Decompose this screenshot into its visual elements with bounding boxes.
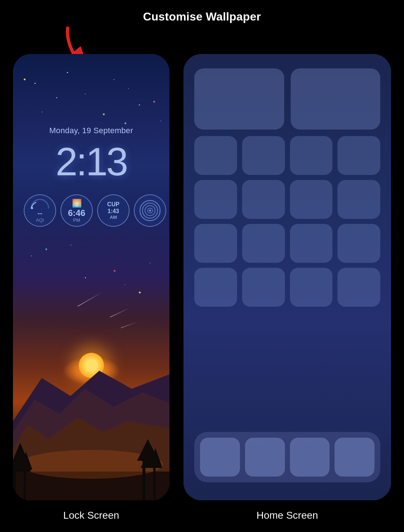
app-icon[interactable] [290, 136, 333, 175]
app-icon[interactable] [242, 224, 285, 263]
home-app-row-3 [194, 224, 380, 263]
cloud-icon: 🌅 [72, 199, 82, 208]
dock-icon-3[interactable] [290, 438, 330, 477]
app-icon[interactable] [337, 224, 380, 263]
home-widget-2[interactable] [291, 68, 381, 130]
cup-text: CUP [107, 201, 119, 208]
app-icon[interactable] [194, 268, 237, 307]
lock-date: Monday, 19 September [13, 126, 169, 135]
app-icon[interactable] [242, 268, 285, 307]
widget-clock[interactable]: 🌅 6:46 PM [60, 194, 93, 227]
dock-icon-1[interactable] [200, 438, 240, 477]
home-screen-label: Home Screen [183, 510, 391, 521]
lock-screen-label: Lock Screen [13, 510, 169, 521]
mountains-svg [13, 349, 169, 500]
home-app-row-1 [194, 136, 380, 175]
clock-time: 6:46 [68, 209, 85, 217]
lock-screen-phone[interactable]: Monday, 19 September 2:13 -- AQI 🌅 6:46 … [13, 54, 169, 500]
app-icon[interactable] [194, 224, 237, 263]
lock-screen-background: Monday, 19 September 2:13 -- AQI 🌅 6:46 … [13, 54, 169, 500]
app-icon[interactable] [337, 268, 380, 307]
app-icon[interactable] [194, 180, 237, 219]
app-icon[interactable] [290, 268, 333, 307]
home-screen-background [183, 54, 391, 500]
home-widget-1[interactable] [194, 68, 284, 130]
cup-ampm: AM [107, 215, 119, 220]
app-icon[interactable] [242, 180, 285, 219]
widget-concentric[interactable] [134, 194, 166, 227]
home-screen-phone[interactable] [183, 54, 391, 500]
cup-time: 1:43 [107, 208, 119, 215]
page-title: Customise Wallpaper [0, 10, 404, 23]
svg-point-1 [31, 207, 33, 209]
app-icon[interactable] [194, 136, 237, 175]
svg-rect-20 [153, 466, 155, 500]
home-top-widgets [194, 68, 380, 130]
aqi-label: AQI [36, 217, 44, 223]
widgets-row: -- AQI 🌅 6:46 PM CUP 1:43 AM [24, 194, 159, 227]
dock-icon-2[interactable] [245, 438, 285, 477]
dock-icon-4[interactable] [335, 438, 375, 477]
home-app-row-2 [194, 180, 380, 219]
app-icon[interactable] [337, 180, 380, 219]
app-icon[interactable] [290, 224, 333, 263]
concentric-svg [139, 199, 161, 222]
home-dock [194, 432, 380, 482]
svg-point-6 [149, 210, 151, 212]
cup-label: CUP 1:43 AM [107, 201, 119, 220]
lock-time: 2:13 [13, 139, 169, 184]
aqi-value: -- [37, 209, 42, 217]
widget-aqi[interactable]: -- AQI [24, 194, 56, 227]
widget-cup[interactable]: CUP 1:43 AM [97, 194, 130, 227]
aqi-arc-svg [29, 199, 50, 209]
app-icon[interactable] [337, 136, 380, 175]
app-icon[interactable] [290, 180, 333, 219]
app-icon[interactable] [242, 136, 285, 175]
home-app-row-4 [194, 268, 380, 307]
clock-ampm: PM [73, 217, 80, 223]
svg-rect-18 [24, 470, 26, 500]
